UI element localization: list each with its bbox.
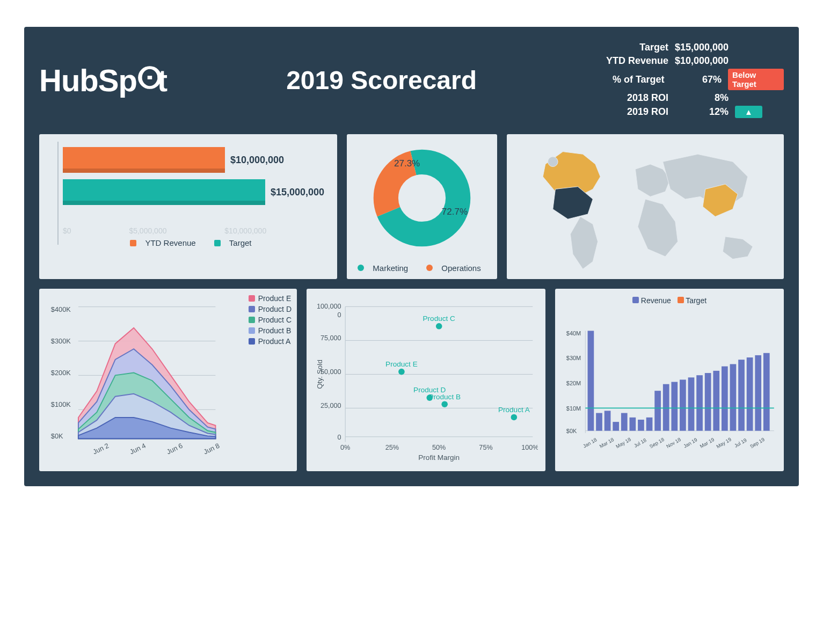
svg-rect-63 xyxy=(671,382,678,431)
svg-rect-69 xyxy=(722,367,728,431)
svg-text:Mar 18: Mar 18 xyxy=(599,437,615,449)
svg-text:100,000: 100,000 xyxy=(317,303,341,310)
svg-text:Sep 18: Sep 18 xyxy=(649,437,665,449)
svg-text:0: 0 xyxy=(337,434,341,441)
svg-text:Jun 8: Jun 8 xyxy=(202,442,221,456)
svg-text:May 18: May 18 xyxy=(615,437,632,450)
svg-text:Product D: Product D xyxy=(413,386,446,394)
svg-point-33 xyxy=(436,323,442,330)
svg-text:$10M: $10M xyxy=(566,405,581,412)
svg-text:75%: 75% xyxy=(479,444,492,451)
svg-text:Qty. Sold: Qty. Sold xyxy=(316,360,324,389)
svg-rect-71 xyxy=(738,360,745,430)
product-legend: Product E Product D Product C Product B … xyxy=(249,294,292,348)
svg-text:25,000: 25,000 xyxy=(321,402,341,409)
svg-rect-72 xyxy=(747,357,753,431)
svg-text:Mar 19: Mar 19 xyxy=(699,437,715,449)
svg-text:0%: 0% xyxy=(340,444,350,451)
below-target-badge: Below Target xyxy=(728,69,784,90)
svg-rect-68 xyxy=(713,371,719,431)
svg-rect-73 xyxy=(755,355,761,431)
svg-text:$30M: $30M xyxy=(566,355,581,361)
roi-up-badge: ▲ xyxy=(735,106,762,118)
svg-text:50,000: 50,000 xyxy=(321,368,341,376)
svg-rect-66 xyxy=(696,375,703,430)
svg-text:Sep 19: Sep 19 xyxy=(749,437,766,449)
svg-text:Nov 18: Nov 18 xyxy=(666,437,682,449)
svg-rect-70 xyxy=(730,364,737,430)
svg-rect-65 xyxy=(688,377,695,430)
svg-rect-56 xyxy=(613,422,619,431)
svg-text:May 19: May 19 xyxy=(716,437,732,450)
svg-rect-54 xyxy=(596,413,602,431)
world-map xyxy=(507,134,784,279)
svg-text:Product C: Product C xyxy=(423,314,456,323)
svg-text:Product E: Product E xyxy=(385,360,418,368)
svg-point-29 xyxy=(511,414,518,421)
svg-text:$0K: $0K xyxy=(51,432,63,440)
svg-text:Jan 18: Jan 18 xyxy=(582,437,598,449)
product-area-chart: $400K $300K $200K $100K $0K xyxy=(39,289,297,471)
svg-text:$300K: $300K xyxy=(51,337,71,345)
kpi-summary: Target $15,000,000 YTD Revenue $10,000,0… xyxy=(596,42,784,118)
svg-point-2 xyxy=(548,157,558,167)
svg-rect-74 xyxy=(763,353,770,431)
svg-rect-58 xyxy=(630,418,636,431)
svg-rect-64 xyxy=(680,379,686,430)
svg-text:Jun 6: Jun 6 xyxy=(165,442,184,456)
svg-text:Jun 4: Jun 4 xyxy=(128,442,147,456)
svg-rect-61 xyxy=(654,391,661,431)
svg-text:$100K: $100K xyxy=(51,400,71,408)
svg-text:$400K: $400K xyxy=(51,305,71,313)
svg-text:100%: 100% xyxy=(521,444,538,451)
svg-point-35 xyxy=(426,394,433,401)
svg-text:Product A: Product A xyxy=(498,406,530,414)
dashboard-title: 2019 Scorecard xyxy=(183,65,580,95)
svg-rect-53 xyxy=(588,331,594,430)
svg-text:$20M: $20M xyxy=(566,380,581,386)
svg-text:Jul 19: Jul 19 xyxy=(733,437,747,449)
revenue-target-bar: $10,000,000 $15,000,000 $0 $5,000,000 $1… xyxy=(39,134,337,279)
dashboard-header: HubSpⵙt 2019 Scorecard Target $15,000,00… xyxy=(39,42,784,118)
svg-rect-60 xyxy=(646,418,653,431)
svg-text:$200K: $200K xyxy=(51,369,71,377)
svg-text:Jul 18: Jul 18 xyxy=(633,437,647,449)
svg-rect-55 xyxy=(604,411,611,430)
spend-donut: 27.3% 72.7% Marketing Operations xyxy=(347,134,497,279)
svg-rect-67 xyxy=(705,373,711,431)
svg-text:50%: 50% xyxy=(432,444,446,451)
svg-point-37 xyxy=(398,369,405,375)
svg-text:25%: 25% xyxy=(385,444,399,451)
svg-text:75,000: 75,000 xyxy=(321,334,341,342)
svg-rect-57 xyxy=(621,413,628,431)
svg-text:0: 0 xyxy=(337,311,341,319)
svg-text:Jan 19: Jan 19 xyxy=(682,437,698,449)
monthly-revenue-columns: Revenue Target $40M $30M $20M $10M $0K xyxy=(555,289,784,471)
svg-text:$0K: $0K xyxy=(566,428,577,434)
profit-margin-scatter: 100,000 0 75,000 50,000 25,000 0 Product… xyxy=(307,289,545,471)
svg-text:Jun 2: Jun 2 xyxy=(91,442,110,456)
svg-text:Profit Margin: Profit Margin xyxy=(418,453,460,462)
svg-text:$40M: $40M xyxy=(566,330,581,336)
svg-rect-59 xyxy=(638,420,644,431)
brand-logo: HubSpⵙt xyxy=(39,62,167,98)
svg-point-31 xyxy=(441,401,448,407)
svg-rect-62 xyxy=(663,384,669,431)
